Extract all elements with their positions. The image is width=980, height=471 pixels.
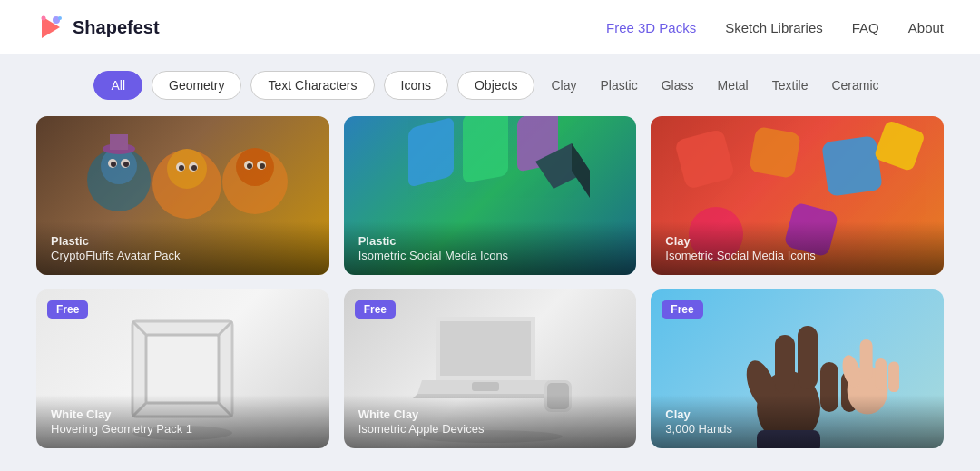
card-white-clay-geo[interactable]: Free White Clay Hovering Geometry Pack 1: [36, 289, 329, 448]
card-clay-social[interactable]: Clay Isometric Social Media Icons: [651, 116, 944, 275]
svg-point-18: [179, 165, 184, 171]
svg-rect-24: [408, 117, 454, 188]
card-4-title: Hovering Geometry Pack 1: [51, 422, 315, 436]
card-6-overlay: Clay 3,000 Hands: [651, 395, 944, 448]
svg-point-19: [191, 165, 197, 171]
card-4-overlay: White Clay Hovering Geometry Pack 1: [36, 395, 329, 448]
svg-rect-54: [888, 362, 899, 393]
svg-rect-53: [875, 358, 887, 390]
svg-point-14: [111, 162, 116, 167]
card-5-title: Isometric Apple Devices: [358, 422, 622, 436]
svg-rect-40: [472, 382, 499, 391]
card-2-category: Plastic: [358, 234, 622, 249]
card-5-overlay: White Clay Isometric Apple Devices: [344, 395, 637, 448]
card-4-free-badge: Free: [47, 300, 88, 319]
card-white-clay-apple[interactable]: Free White Clay Isometric Apple Devices: [344, 289, 637, 448]
svg-point-9: [236, 148, 274, 186]
svg-point-3: [58, 16, 62, 20]
filter-metal[interactable]: Metal: [710, 72, 756, 99]
svg-rect-11: [110, 134, 128, 150]
svg-point-7: [167, 149, 207, 189]
filter-bar: All Geometry Text Characters Icons Objec…: [0, 54, 980, 116]
card-6-free-badge: Free: [662, 300, 702, 319]
cards-grid: Plastic CryptoFluffs Avatar Pack Plastic…: [0, 116, 980, 471]
svg-rect-46: [798, 326, 818, 389]
card-3-overlay: Clay Isometric Social Media Icons: [651, 221, 944, 275]
header: Shapefest Free 3D Packs Sketch Libraries…: [0, 0, 980, 54]
nav-about[interactable]: About: [908, 20, 944, 35]
card-4-category: White Clay: [51, 407, 315, 422]
nav-faq[interactable]: FAQ: [852, 20, 879, 35]
card-5-category: White Clay: [358, 407, 622, 422]
svg-rect-28: [749, 126, 801, 179]
card-clay-hands[interactable]: Free Clay 3,000 Hands: [651, 289, 944, 448]
svg-point-15: [123, 162, 129, 167]
svg-rect-30: [873, 120, 926, 172]
svg-rect-52: [859, 339, 872, 381]
filter-text-characters[interactable]: Text Characters: [250, 71, 374, 100]
card-6-category: Clay: [665, 407, 929, 422]
filter-all[interactable]: All: [93, 71, 142, 100]
filter-objects[interactable]: Objects: [457, 71, 534, 100]
filter-ceramic[interactable]: Ceramic: [824, 72, 886, 99]
filter-geometry[interactable]: Geometry: [152, 71, 241, 100]
svg-rect-25: [463, 116, 508, 183]
nav-free-3d-packs[interactable]: Free 3D Packs: [606, 20, 696, 35]
card-5-free-badge: Free: [355, 300, 396, 319]
svg-point-23: [260, 163, 265, 169]
logo-icon: [36, 13, 65, 42]
filter-icons[interactable]: Icons: [384, 71, 448, 100]
svg-rect-34: [146, 335, 219, 403]
filter-textile[interactable]: Textile: [765, 72, 816, 99]
card-1-category: Plastic: [51, 234, 315, 249]
card-2-title: Isometric Social Media Icons: [358, 249, 622, 262]
nav-sketch-libraries[interactable]: Sketch Libraries: [725, 20, 823, 35]
card-3-title: Isometric Social Media Icons: [665, 249, 929, 262]
card-cryptofluffs[interactable]: Plastic CryptoFluffs Avatar Pack: [36, 116, 329, 275]
logo[interactable]: Shapefest: [36, 13, 160, 42]
svg-point-2: [42, 16, 46, 21]
filter-clay[interactable]: Clay: [544, 72, 583, 99]
card-6-title: 3,000 Hands: [665, 422, 929, 436]
svg-rect-27: [674, 129, 735, 190]
filter-glass[interactable]: Glass: [654, 72, 701, 99]
card-3-category: Clay: [665, 234, 929, 249]
filter-plastic[interactable]: Plastic: [593, 72, 644, 99]
card-1-overlay: Plastic CryptoFluffs Avatar Pack: [36, 221, 329, 275]
logo-text: Shapefest: [73, 17, 160, 38]
card-2-overlay: Plastic Isometric Social Media Icons: [344, 221, 637, 275]
main-nav: Free 3D Packs Sketch Libraries FAQ About: [606, 20, 944, 35]
svg-rect-45: [775, 335, 795, 394]
card-plastic-social[interactable]: Plastic Isometric Social Media Icons: [344, 116, 637, 275]
card-1-title: CryptoFluffs Avatar Pack: [51, 249, 315, 262]
svg-rect-29: [821, 135, 883, 197]
svg-point-22: [247, 163, 252, 169]
